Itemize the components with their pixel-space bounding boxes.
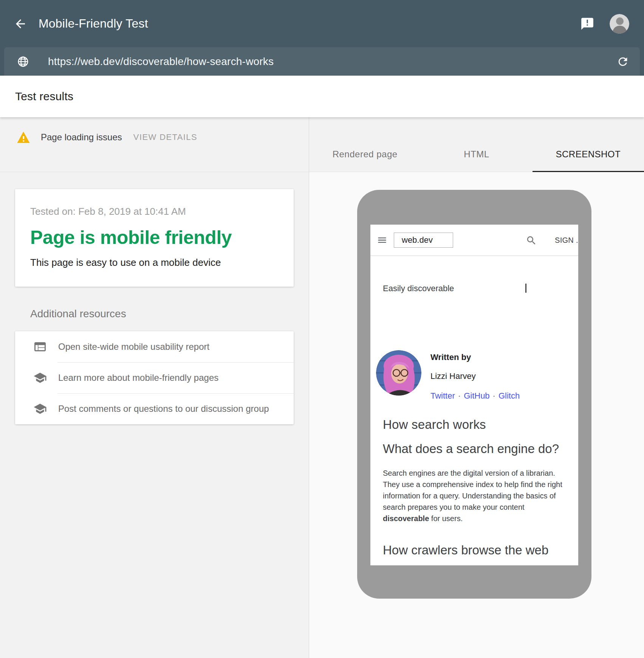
verdict-description: This page is easy to use on a mobile dev… [30,257,279,268]
body-bold-text: discoverable [383,514,429,523]
account-avatar[interactable] [610,14,629,34]
body-text: Search engines are the digital version o… [383,469,562,511]
breadcrumb-row: Easily discoverable [370,284,578,293]
url-bar-wrap: https://web.dev/discoverable/how-search-… [0,47,644,76]
content-split: Page loading issues VIEW DETAILS Tested … [0,117,644,658]
preview-tabs: Rendered page HTML SCREENSHOT [309,117,644,172]
resource-learn-more[interactable]: Learn more about mobile-friendly pages [15,362,294,393]
additional-resources-heading: Additional resources [30,308,309,320]
section-heading-search-engine: What does a search engine do? [383,442,573,456]
feedback-button[interactable] [580,17,594,31]
page-loading-issues-row: Page loading issues VIEW DETAILS [0,117,309,172]
view-details-button[interactable]: VIEW DETAILS [133,131,197,144]
clipped-toc-icon [525,284,526,293]
preview-panel: Rendered page HTML SCREENSHOT web.dev [309,117,644,658]
tested-on-timestamp: Tested on: Feb 8, 2019 at 10:41 AM [30,206,279,217]
url-bar[interactable]: https://web.dev/discoverable/how-search-… [4,47,640,76]
dot-separator: · [493,391,495,400]
page-title-bar: Test results [0,76,644,117]
refresh-button[interactable] [616,55,629,68]
glitch-link[interactable]: Glitch [498,391,520,400]
app-bar: Mobile-Friendly Test [0,0,644,47]
twitter-link[interactable]: Twitter [430,391,455,400]
mobile-friendly-test-app: Mobile-Friendly Test [0,0,644,658]
app-title: Mobile-Friendly Test [39,17,148,31]
results-panel: Page loading issues VIEW DETAILS Tested … [0,117,309,658]
screenshot-area: web.dev SIGN ... Easily discoverable [309,172,644,658]
warning-icon [17,131,30,144]
sign-in-button[interactable]: SIGN ... [555,236,578,245]
resource-label: Post comments or questions to our discus… [58,403,269,414]
web-report-icon [33,340,47,354]
author-name: Lizzi Harvey [430,371,520,381]
additional-resources-card: Open site-wide mobile usability report L… [15,331,294,424]
written-by-label: Written by [430,352,520,362]
section-heading-crawlers: How crawlers browse the web [383,543,573,557]
school-icon [33,402,47,416]
dot-separator: · [458,391,461,400]
refresh-icon [616,55,629,68]
resource-label: Learn more about mobile-friendly pages [58,372,218,383]
tab-html[interactable]: HTML [421,117,532,172]
author-avatar [376,350,421,396]
school-icon [33,371,47,385]
breadcrumb[interactable]: Easily discoverable [383,284,454,293]
tab-screenshot[interactable]: SCREENSHOT [533,117,644,172]
author-links: Twitter·GitHub·Glitch [430,391,520,401]
article: How search works What does a search engi… [370,417,578,565]
arrow-left-icon [14,17,27,31]
section-body-search-engine: Search engines are the digital version o… [383,467,573,524]
feedback-bubble-icon [580,17,594,31]
user-photo-icon [610,14,629,34]
hamburger-menu-icon[interactable] [377,235,387,245]
author-info: Written by Lizzi Harvey Twitter·GitHub·G… [430,350,520,401]
globe-icon [17,56,29,68]
verdict-text: Page is mobile friendly [30,227,279,248]
page-title: Test results [15,90,73,103]
github-link[interactable]: GitHub [464,391,489,400]
back-button[interactable] [14,17,27,31]
author-block: Written by Lizzi Harvey Twitter·GitHub·G… [370,350,578,401]
article-title: How search works [383,417,573,432]
webdev-search-input[interactable]: web.dev [394,233,453,248]
app-bar-actions [580,14,629,34]
url-text[interactable]: https://web.dev/discoverable/how-search-… [48,56,274,68]
resource-label: Open site-wide mobile usability report [58,341,209,352]
result-card: Tested on: Feb 8, 2019 at 10:41 AM Page … [15,189,294,287]
search-value: web.dev [402,235,433,245]
phone-mockup: web.dev SIGN ... Easily discoverable [357,190,591,599]
tab-rendered-page[interactable]: Rendered page [309,117,421,172]
body-text: for users. [429,514,463,523]
resource-discussion-group[interactable]: Post comments or questions to our discus… [15,393,294,424]
issues-label: Page loading issues [41,131,122,144]
resource-usability-report[interactable]: Open site-wide mobile usability report [15,331,294,362]
phone-screen: web.dev SIGN ... Easily discoverable [370,225,578,565]
magnifier-icon[interactable] [526,235,537,246]
webdev-site-header: web.dev SIGN ... [370,225,578,256]
